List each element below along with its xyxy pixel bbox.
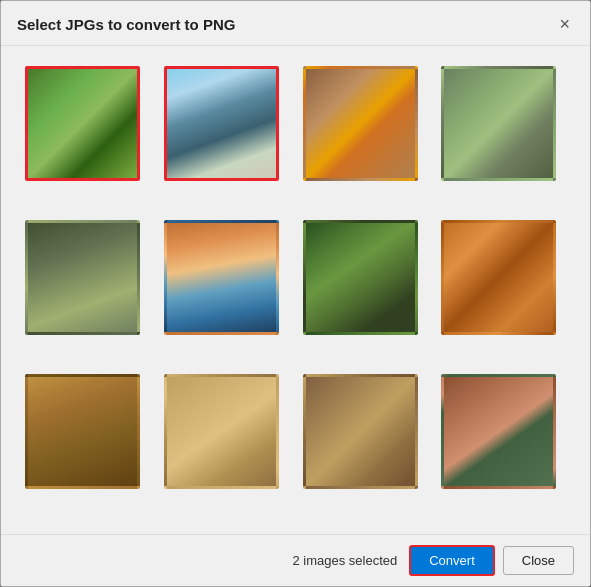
dialog-title: Select JPGs to convert to PNG — [17, 16, 235, 33]
dialog-header: Select JPGs to convert to PNG × — [1, 1, 590, 46]
image-cell-2[interactable] — [164, 66, 279, 181]
image-cell-11[interactable] — [303, 374, 418, 489]
image-cell-8[interactable] — [441, 220, 556, 335]
image-cell-7[interactable] — [303, 220, 418, 335]
image-cell-4[interactable] — [441, 66, 556, 181]
main-dialog: Select JPGs to convert to PNG × 2 images… — [0, 0, 591, 587]
image-cell-1[interactable] — [25, 66, 140, 181]
image-grid — [1, 46, 590, 534]
image-cell-6[interactable] — [164, 220, 279, 335]
image-cell-12[interactable] — [441, 374, 556, 489]
convert-button[interactable]: Convert — [409, 545, 495, 576]
dialog-close-button[interactable]: × — [555, 13, 574, 35]
image-cell-5[interactable] — [25, 220, 140, 335]
dialog-footer: 2 images selected Convert Close — [1, 534, 590, 586]
close-button[interactable]: Close — [503, 546, 574, 575]
selected-count-text: 2 images selected — [292, 553, 397, 568]
image-cell-9[interactable] — [25, 374, 140, 489]
image-cell-10[interactable] — [164, 374, 279, 489]
image-cell-3[interactable] — [303, 66, 418, 181]
selected-label: images selected — [303, 553, 397, 568]
selected-count: 2 — [292, 553, 299, 568]
